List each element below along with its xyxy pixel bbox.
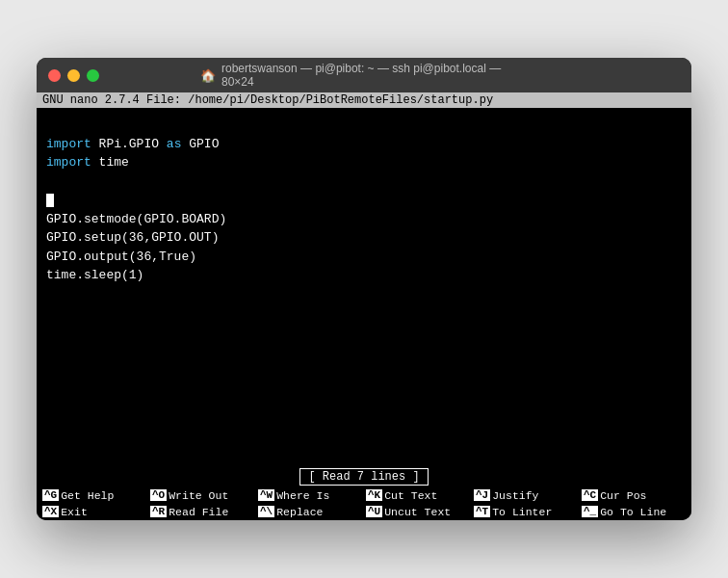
title-text: robertswanson — pi@pibot: ~ — ssh pi@pib… (221, 62, 528, 89)
shortcut-read-file[interactable]: ^R Read File (148, 504, 256, 520)
keyword-as: as (167, 137, 182, 151)
label-to-linter: To Linter (492, 506, 552, 518)
code-line: import time (46, 153, 682, 172)
key-ctrl-g: ^G (42, 489, 59, 501)
key-ctrl-k: ^K (366, 489, 382, 501)
read-message: [ Read 7 lines ] (37, 466, 691, 487)
keyword-import: import (46, 137, 91, 151)
shortcut-write-out[interactable]: ^O Write Out (148, 487, 256, 504)
key-ctrl-o: ^O (150, 489, 167, 501)
label-go-to-line: Go To Line (600, 506, 666, 518)
label-exit: Exit (61, 506, 88, 518)
key-ctrl-w: ^W (258, 489, 274, 501)
label-cut-text: Cut Text (384, 489, 437, 502)
key-ctrl-backslash: ^\ (258, 506, 274, 517)
minimize-button[interactable] (67, 69, 80, 82)
label-justify: Justify (492, 489, 538, 502)
label-cur-pos: Cur Pos (600, 489, 646, 502)
label-uncut-text: Uncut Text (384, 506, 451, 518)
traffic-lights (48, 69, 99, 82)
code-line (46, 116, 682, 135)
key-ctrl-j: ^J (474, 489, 490, 501)
terminal-content[interactable]: GNU nano 2.7.4 File: /home/pi/Desktop/Pi… (37, 92, 691, 520)
code-line: GPIO.setup(36,GPIO.OUT) (46, 228, 682, 248)
titlebar-title: 🏠 robertswanson — pi@pibot: ~ — ssh pi@p… (200, 62, 528, 89)
titlebar: 🏠 robertswanson — pi@pibot: ~ — ssh pi@p… (37, 58, 691, 92)
label-where-is: Where Is (276, 489, 329, 502)
code-line: time.sleep(1) (46, 266, 682, 285)
label-replace: Replace (276, 506, 323, 518)
terminal-window: 🏠 robertswanson — pi@pibot: ~ — ssh pi@p… (37, 58, 691, 520)
code-line: import RPi.GPIO as GPIO (46, 135, 682, 154)
shortcut-cut-text[interactable]: ^K Cut Text (364, 487, 472, 504)
code-editor[interactable]: import RPi.GPIO as GPIO import time GPIO… (37, 108, 691, 466)
code-line (46, 172, 682, 192)
shortcut-cur-pos[interactable]: ^C Cur Pos (580, 487, 688, 504)
shortcut-to-linter[interactable]: ^T To Linter (472, 504, 580, 520)
label-get-help: Get Help (61, 489, 114, 502)
code-line: GPIO.setmode(GPIO.BOARD) (46, 210, 682, 229)
label-write-out: Write Out (169, 489, 228, 502)
key-ctrl-x: ^X (42, 506, 59, 517)
key-ctrl-u: ^U (366, 506, 382, 517)
shortcut-row-1: ^G Get Help ^O Write Out ^W Where Is ^K … (37, 487, 691, 504)
nano-statusbar: GNU nano 2.7.4 File: /home/pi/Desktop/Pi… (37, 92, 691, 108)
cursor-line (46, 191, 682, 210)
shortcut-go-to-line[interactable]: ^_ Go To Line (580, 504, 688, 520)
keyword-import2: import (46, 155, 91, 170)
key-ctrl-c: ^C (582, 489, 598, 501)
close-button[interactable] (48, 69, 61, 82)
label-read-file: Read File (169, 506, 228, 518)
empty-space (46, 285, 682, 459)
key-ctrl-r: ^R (150, 506, 167, 517)
shortcut-replace[interactable]: ^\ Replace (256, 504, 364, 520)
shortcut-justify[interactable]: ^J Justify (472, 487, 580, 504)
code-line: GPIO.output(36,True) (46, 248, 682, 267)
home-icon: 🏠 (200, 68, 216, 83)
shortcut-row-2: ^X Exit ^R Read File ^\ Replace ^U Uncut… (37, 504, 691, 520)
shortcut-where-is[interactable]: ^W Where Is (256, 487, 364, 504)
key-ctrl-underscore: ^_ (582, 506, 598, 517)
shortcut-get-help[interactable]: ^G Get Help (40, 487, 148, 504)
shortcut-uncut-text[interactable]: ^U Uncut Text (364, 504, 472, 520)
maximize-button[interactable] (87, 69, 99, 82)
key-ctrl-t: ^T (474, 506, 490, 517)
shortcut-exit[interactable]: ^X Exit (40, 504, 148, 520)
